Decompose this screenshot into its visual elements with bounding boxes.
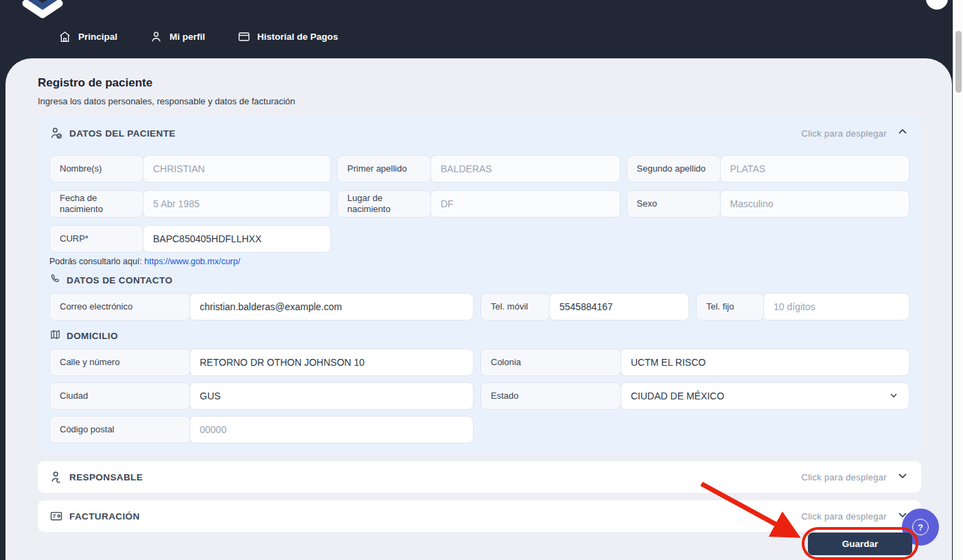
- correo-input[interactable]: [189, 293, 474, 320]
- calle-input[interactable]: [189, 349, 474, 376]
- app-logo: [15, 0, 70, 23]
- main-content-card: Registro de paciente Ingresa los datos p…: [5, 58, 952, 560]
- section-datos-paciente: DATOS DEL PACIENTE Click para desplegar …: [38, 115, 921, 453]
- user-avatar[interactable]: [926, 0, 948, 10]
- scrollbar-thumb[interactable]: [955, 31, 962, 93]
- section-responsable: RESPONSABLE Click para desplegar: [38, 461, 921, 493]
- toggle-responsable[interactable]: Click para desplegar: [801, 469, 909, 485]
- section-title: FACTURACIÓN: [69, 511, 140, 522]
- colonia-input[interactable]: [620, 349, 909, 376]
- scrollbar-track: [953, 0, 963, 560]
- correo-label: Correo electrónico: [49, 293, 190, 320]
- nav-item-principal[interactable]: Principal: [58, 30, 117, 43]
- estado-value: CIUDAD DE MÉXICO: [631, 390, 724, 401]
- page-title: Registro de paciente: [38, 76, 921, 90]
- subsection-title: DOMICILIO: [67, 331, 118, 341]
- top-bar: Principal Mi perfil Historial de Pagos: [0, 0, 963, 58]
- tel-fijo-input[interactable]: [763, 293, 909, 320]
- curp-help-line: Podrás consultarlo aquí: https://www.gob…: [49, 257, 909, 266]
- tel-movil-input[interactable]: [549, 293, 689, 320]
- toggle-hint: Click para desplegar: [801, 128, 887, 139]
- nav-label: Mi perfil: [170, 32, 205, 42]
- fecha-nacimiento-label: Fecha de nacimiento: [49, 190, 143, 218]
- toggle-paciente[interactable]: Click para desplegar: [801, 125, 909, 141]
- section-header-facturacion[interactable]: FACTURACIÓN Click para desplegar: [49, 508, 909, 524]
- sexo-input[interactable]: [720, 190, 910, 218]
- ciudad-label: Ciudad: [49, 382, 190, 410]
- subsection-domicilio: DOMICILIO: [49, 329, 909, 342]
- chevron-down-icon[interactable]: [896, 469, 909, 485]
- ciudad-input[interactable]: [189, 382, 474, 410]
- codigo-postal-label: Código postal: [49, 416, 190, 443]
- segundo-apellido-label: Segundo apellido: [627, 155, 721, 183]
- subsection-title: DATOS DE CONTACTO: [67, 275, 172, 285]
- curp-input[interactable]: [143, 225, 331, 253]
- lugar-nacimiento-input[interactable]: [430, 190, 620, 218]
- primer-apellido-label: Primer apellido: [337, 155, 431, 183]
- codigo-postal-input[interactable]: [189, 416, 474, 443]
- person-icon: [49, 470, 63, 484]
- id-card-icon: [49, 509, 63, 523]
- tel-fijo-label: Tel. fijo: [696, 293, 764, 320]
- section-title: DATOS DEL PACIENTE: [69, 128, 176, 139]
- section-title: RESPONSABLE: [69, 472, 143, 482]
- nav-label: Principal: [78, 32, 117, 42]
- tel-movil-label: Tel. móvil: [480, 293, 550, 320]
- toggle-facturacion[interactable]: Click para desplegar: [801, 508, 909, 524]
- toggle-hint: Click para desplegar: [801, 472, 887, 482]
- card-icon: [237, 30, 251, 43]
- annotation-highlight-ring: Guardar: [802, 527, 918, 560]
- section-facturacion: FACTURACIÓN Click para desplegar: [38, 500, 921, 532]
- curp-label: CURP*: [49, 225, 143, 253]
- colonia-label: Colonia: [480, 349, 621, 376]
- nav-item-mi-perfil[interactable]: Mi perfil: [150, 30, 205, 43]
- save-button[interactable]: Guardar: [808, 533, 912, 555]
- curp-help-text: Podrás consultarlo aquí:: [49, 257, 142, 266]
- section-header-paciente[interactable]: DATOS DEL PACIENTE Click para desplegar: [49, 125, 909, 141]
- page-subtitle: Ingresa los datos personales, responsabl…: [38, 96, 921, 106]
- segundo-apellido-input[interactable]: [720, 155, 910, 183]
- nombre-input[interactable]: [143, 155, 331, 183]
- curp-help-link[interactable]: https://www.gob.mx/curp/: [144, 257, 240, 266]
- phone-icon: [49, 273, 61, 287]
- calle-label: Calle y número: [49, 349, 190, 376]
- estado-label: Estado: [480, 382, 621, 410]
- estado-select[interactable]: CIUDAD DE MÉXICO: [620, 382, 909, 410]
- chevron-up-icon[interactable]: [896, 125, 909, 141]
- nav-label: Historial de Pagos: [257, 32, 338, 42]
- sexo-label: Sexo: [627, 190, 721, 218]
- nombre-label: Nombre(s): [49, 155, 143, 183]
- primer-apellido-input[interactable]: [430, 155, 620, 183]
- subsection-contacto: DATOS DE CONTACTO: [49, 273, 909, 287]
- user-icon: [150, 30, 163, 43]
- chevron-down-icon: [888, 390, 899, 403]
- person-check-icon: [49, 126, 63, 140]
- lugar-nacimiento-label: Lugar de nacimiento: [337, 190, 431, 218]
- section-header-responsable[interactable]: RESPONSABLE Click para desplegar: [49, 469, 909, 485]
- home-icon: [58, 30, 71, 43]
- toggle-hint: Click para desplegar: [801, 511, 887, 522]
- map-icon: [49, 329, 61, 342]
- main-nav: Principal Mi perfil Historial de Pagos: [58, 30, 338, 43]
- fecha-nacimiento-input[interactable]: [143, 190, 331, 218]
- nav-item-historial-pagos[interactable]: Historial de Pagos: [237, 30, 338, 43]
